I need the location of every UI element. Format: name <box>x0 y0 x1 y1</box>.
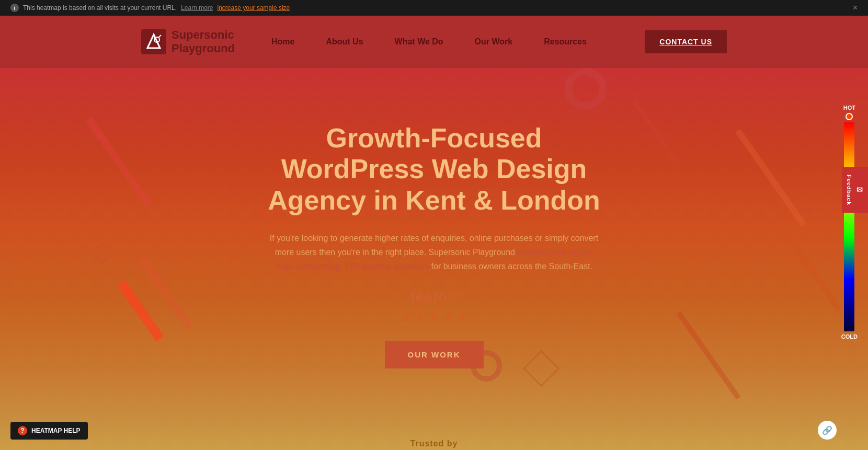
link-icon-button[interactable]: 🔗 <box>818 421 837 440</box>
nav-item-resources[interactable]: Resources <box>528 16 602 68</box>
star-5: ★ <box>456 309 469 325</box>
feedback-icon: ✉ <box>855 186 864 194</box>
close-notification-button[interactable]: × <box>853 3 858 13</box>
feefo-sup: oo <box>448 290 458 298</box>
feefo-rating: feefooo ★ ★ ★ ★ ★ <box>267 289 601 325</box>
trusted-title: Trusted by <box>410 439 458 448</box>
learn-more-link[interactable]: Learn more <box>181 4 213 11</box>
heatmap-scale: HOT COLD <box>841 105 858 340</box>
our-work-button[interactable]: OUR WORK <box>385 341 484 368</box>
contact-button[interactable]: CONTACT US <box>645 30 727 53</box>
hero-content: Growth-Focused WordPress Web Design Agen… <box>256 91 612 400</box>
decorative-bar-7 <box>633 100 681 166</box>
hot-label: HOT <box>843 105 855 111</box>
increase-sample-link[interactable]: increase your sample size <box>218 4 290 11</box>
star-3: ★ <box>428 309 440 325</box>
notification-text: This heatmap is based on all visits at y… <box>23 4 177 11</box>
decorative-bar-2 <box>139 256 192 329</box>
feefo-logo: feefooo <box>410 289 458 306</box>
nav-item-about[interactable]: About Us <box>310 16 379 68</box>
notification-bar: i This heatmap is based on all visits at… <box>0 0 868 16</box>
heatmap-color-bar <box>844 122 854 331</box>
hero-section: Growth-Focused WordPress Web Design Agen… <box>0 68 868 423</box>
logo-link[interactable]: Supersonic Playground <box>141 28 235 56</box>
header: Supersonic Playground Home About Us What… <box>0 16 868 68</box>
decorative-bar-3 <box>117 281 164 342</box>
logo-line2: Playground <box>172 42 235 55</box>
feedback-label: Feedback <box>846 175 852 205</box>
help-icon: ? <box>18 426 27 435</box>
decorative-diamond-1 <box>91 243 113 264</box>
decorative-bar-1 <box>86 117 152 207</box>
nav-item-home[interactable]: Home <box>256 16 310 68</box>
hero-desc-end: for business owners across the South-Eas… <box>429 262 592 271</box>
hero-title: Growth-Focused WordPress Web Design Agen… <box>267 123 601 216</box>
nav-item-what[interactable]: What We Do <box>379 16 459 68</box>
hero-description: If you're looking to generate higher rat… <box>267 231 601 274</box>
info-icon: i <box>10 4 19 12</box>
decorative-bar-5 <box>783 232 842 312</box>
heatmap-dot <box>846 113 853 120</box>
trusted-section: Trusted by NHS ✿ ✳ 🍃 east <box>0 423 868 450</box>
decorative-bar-4 <box>735 129 806 226</box>
logo-line1: Supersonic <box>172 28 235 42</box>
logo-icon <box>141 29 166 54</box>
heatmap-help-button[interactable]: ? HEATMAP HELP <box>10 422 88 440</box>
feedback-tab[interactable]: Feedback ✉ <box>842 167 868 213</box>
star-1: ★ <box>400 309 412 325</box>
star-rating: ★ ★ ★ ★ ★ <box>400 309 469 325</box>
main-nav: Home About Us What We Do Our Work Resour… <box>256 16 645 68</box>
logo-text: Supersonic Playground <box>172 28 235 56</box>
heatmap-help-label: HEATMAP HELP <box>31 427 81 434</box>
decorative-bar-6 <box>677 311 741 400</box>
star-2: ★ <box>414 309 426 325</box>
nav-item-work[interactable]: Our Work <box>459 16 529 68</box>
link-icon: 🔗 <box>822 425 832 435</box>
cold-label: COLD <box>841 333 858 340</box>
star-4: ★ <box>442 309 454 325</box>
